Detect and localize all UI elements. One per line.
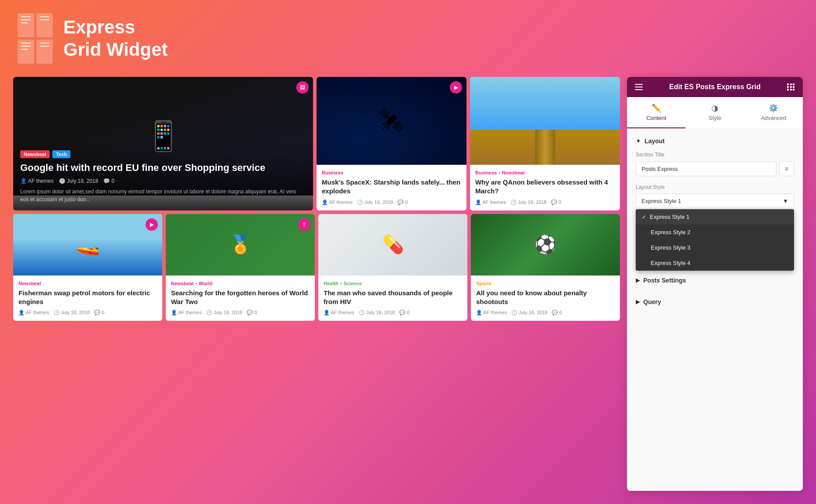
card-medium-body: Business Musk's SpaceX: Starship lands s…: [317, 165, 466, 210]
tag-tech: Tech: [52, 150, 70, 158]
advanced-tab-label: Advanced: [761, 115, 786, 121]
card-small-fisherman: 🚤 ▶ Newsbeat Fisherman swap petrol motor…: [13, 214, 162, 321]
card-meta-2: 👤 AF themes 🕐 July 18, 2018 💬 0: [475, 199, 615, 205]
date: 🕐 July 18, 2018: [206, 310, 243, 315]
card-small-body-1: Newsbeat Fisherman swap petrol motors fo…: [13, 276, 162, 321]
tab-content[interactable]: ✏️ Content: [627, 97, 685, 128]
dropdown-arrow-icon: ▼: [783, 198, 788, 204]
content-tab-icon: ✏️: [652, 103, 661, 113]
posts-settings-label: Posts Settings: [643, 277, 686, 284]
dropdown-option-label: Express Style 3: [651, 244, 690, 251]
card-large-featured: 📱 🖼 Newsbeat Tech Google hit with record…: [13, 77, 313, 210]
card-meta-s3: 👤 AF themes 🕐 July 18, 2018 💬 0: [324, 310, 462, 315]
card-title-s3: The man who saved thousands of people fr…: [324, 289, 462, 307]
comments: 💬 0: [551, 199, 561, 205]
card-meta-s4: 👤 AF themes 🕐 July 18, 2018 💬 0: [476, 310, 615, 315]
section-title-label: Section Title: [636, 152, 794, 158]
media-type-badge: 🖼: [296, 81, 309, 94]
section-title-row: Section Title ≡: [636, 152, 794, 176]
card-small-body-3: Health•Science The man who saved thousan…: [318, 276, 467, 321]
card-large-overlay: Newsbeat Tech Google hit with record EU …: [13, 141, 313, 210]
card-small-ww2: 🏅 ⇧ Newsbeat•World Searching for the for…: [166, 214, 315, 321]
hamburger-menu-icon[interactable]: [635, 84, 643, 90]
panel-content: ▼ Layout Section Title ≡ Layout Style Ex…: [627, 129, 803, 491]
media-video-badge: ▶: [450, 81, 462, 94]
query-section: ▶ Query: [636, 291, 794, 312]
page-header: Express Grid Widget: [0, 0, 816, 77]
posts-settings-section: ▶ Posts Settings: [636, 269, 794, 291]
panel-tabs: ✏️ Content ◑ Style ⚙️ Advanced: [627, 97, 803, 129]
layout-section-header[interactable]: ▼ Layout: [636, 138, 794, 145]
card-small-body-2: Newsbeat•World Searching for the forgott…: [166, 276, 315, 321]
section-title-input-row: ≡: [636, 161, 794, 176]
comments: 💬 0: [103, 178, 114, 184]
tag-newsbeat: Newsbeat: [20, 150, 50, 158]
layout-chevron-icon: ▼: [636, 138, 641, 144]
card-medium-image-building: [470, 77, 620, 165]
card-title-s4: All you need to know about penalty shoot…: [476, 289, 615, 307]
author: 👤 AF themes: [18, 310, 49, 315]
style-tab-icon: ◑: [711, 103, 718, 113]
card-category: Business: [322, 170, 461, 175]
media-share-badge: ⇧: [298, 218, 310, 231]
author: 👤 AF themes: [322, 199, 353, 205]
dropdown-option-style3[interactable]: Express Style 3: [636, 240, 794, 255]
layout-style-value: Express Style 1: [641, 198, 681, 204]
card-small-body-4: Sports All you need to know about penalt…: [471, 276, 620, 321]
dropdown-option-label: Express Style 1: [650, 214, 689, 220]
card-category-s4: Sports: [476, 281, 615, 286]
card-medium-spacex: ▶ Business Musk's SpaceX: Starship lands…: [317, 77, 466, 210]
app-title: Express Grid Widget: [63, 16, 168, 61]
posts-settings-chevron-icon: ▶: [636, 277, 640, 283]
dropdown-option-label: Express Style 2: [651, 229, 690, 236]
card-meta-s2: 👤 AF themes 🕐 July 18, 2018 💬 0: [171, 310, 310, 315]
checkmark-icon: ✓: [642, 214, 646, 220]
comments: 💬 0: [247, 310, 257, 315]
date: 🕐 July 18, 2018: [511, 310, 548, 315]
comments: 💬 0: [94, 310, 104, 315]
dropdown-option-style4[interactable]: Express Style 4: [636, 255, 794, 271]
card-medium-image-satellite: ▶: [317, 77, 466, 165]
card-small-hiv: 💊 Health•Science The man who saved thous…: [318, 214, 467, 321]
author: 👤 AF themes: [171, 310, 202, 315]
card-small-image-medical: 💊: [318, 214, 467, 276]
layout-style-dropdown-wrapper: Express Style 1 ▼ ✓ Express Style 1 Expr…: [636, 194, 794, 208]
right-panel: Edit ES Posts Express Grid ✏️ Content ◑ …: [627, 77, 803, 491]
query-label: Query: [643, 298, 661, 305]
card-category-s3: Health•Science: [324, 281, 462, 286]
card-tags: Newsbeat Tech: [20, 150, 306, 158]
posts-settings-header[interactable]: ▶ Posts Settings: [636, 277, 794, 284]
section-title-align-icon[interactable]: ≡: [779, 161, 794, 176]
card-category-s1: Newsbeat: [18, 281, 157, 286]
card-title: Musk's SpaceX: Starship lands safely... …: [322, 178, 461, 196]
dropdown-option-style1[interactable]: ✓ Express Style 1: [636, 209, 794, 225]
main-container: 📱 🖼 Newsbeat Tech Google hit with record…: [0, 77, 816, 504]
date: 🕐 July 18, 2018: [59, 178, 98, 184]
author: 👤 AF themes: [20, 178, 54, 184]
query-chevron-icon: ▶: [636, 299, 640, 305]
layout-style-select[interactable]: Express Style 1 ▼: [636, 194, 794, 208]
date: 🕐 July 18, 2018: [357, 199, 393, 205]
card-large-title: Google hit with record EU fine over Shop…: [20, 162, 306, 174]
card-title-2: Why are QAnon believers obsessed with 4 …: [475, 178, 615, 196]
date: 🕐 July 18, 2018: [54, 310, 90, 315]
comments: 💬 0: [552, 310, 562, 315]
dropdown-option-label: Express Style 4: [651, 260, 690, 266]
date: 🕐 July 18, 2018: [510, 199, 547, 205]
dropdown-option-style2[interactable]: Express Style 2: [636, 225, 794, 240]
query-header[interactable]: ▶ Query: [636, 298, 794, 305]
tab-advanced[interactable]: ⚙️ Advanced: [744, 97, 803, 128]
logo: [18, 13, 53, 64]
card-small-image-medals: 🏅 ⇧: [166, 214, 315, 276]
section-title-input[interactable]: [636, 162, 776, 176]
author: 👤 AF themes: [324, 310, 354, 315]
layout-style-row: Layout Style Express Style 1 ▼ ✓ Express…: [636, 184, 794, 208]
grid-menu-icon[interactable]: [787, 83, 795, 91]
card-medium-body-2: Business•Newsbeat Why are QAnon believer…: [470, 165, 620, 210]
card-large-meta: 👤 AF themes 🕐 July 18, 2018 💬 0: [20, 178, 306, 184]
style-tab-label: Style: [709, 115, 721, 121]
comments: 💬 0: [397, 199, 408, 205]
card-small-image-soccer: ⚽: [471, 214, 620, 276]
card-category-s2: Newsbeat•World: [171, 281, 310, 286]
tab-style[interactable]: ◑ Style: [685, 97, 744, 128]
